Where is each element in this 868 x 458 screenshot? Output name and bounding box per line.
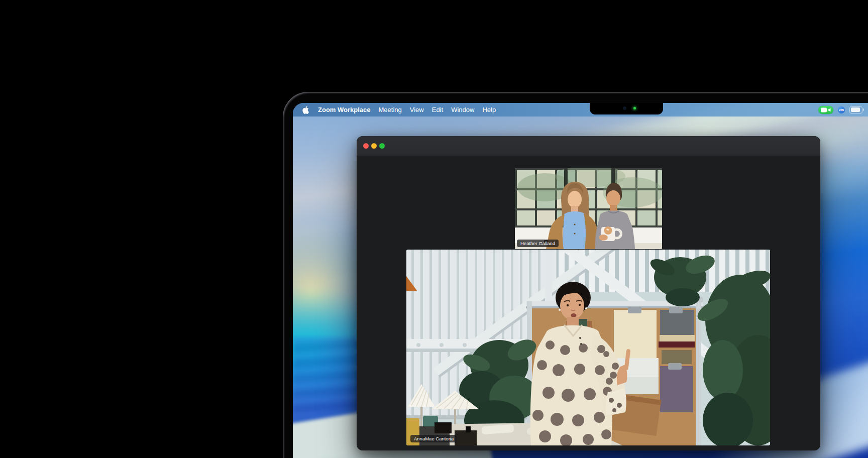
facetime-camera-icon (623, 106, 626, 110)
menu-bar: Zoom Workplace Meeting View Edit Window … (293, 103, 868, 117)
traffic-lights (363, 143, 385, 149)
menu-edit[interactable]: Edit (432, 106, 443, 113)
video-tile-heather[interactable]: Heather Galland (515, 168, 662, 249)
apple-icon (302, 106, 309, 114)
menu-help[interactable]: Help (482, 106, 496, 113)
window-titlebar[interactable] (357, 136, 820, 156)
menu-view[interactable]: View (410, 106, 424, 113)
laptop-screen: Zoom Workplace Meeting View Edit Window … (293, 103, 868, 458)
apple-menu[interactable] (302, 106, 309, 114)
zoom-meeting-window: Heather Galland (357, 136, 820, 450)
battery-icon[interactable] (849, 106, 862, 113)
menu-window[interactable]: Window (451, 106, 474, 113)
close-button[interactable] (363, 143, 369, 149)
fullscreen-button[interactable] (379, 143, 385, 149)
participant-name-label: Heather Galland (517, 240, 559, 247)
video-tile-annamae[interactable]: AnnaMae Cantoria (406, 250, 770, 445)
display-notch (590, 103, 663, 114)
video-camera-icon (820, 107, 831, 113)
participant-name-label: AnnaMae Cantoria (410, 435, 457, 442)
menu-meeting[interactable]: Meeting (379, 106, 402, 113)
remote-video-1 (515, 168, 662, 249)
zoom-menubar-icon[interactable]: zm (838, 106, 845, 113)
minimize-button[interactable] (371, 143, 377, 149)
zm-badge-text: zm (839, 108, 844, 111)
remote-video-2 (406, 250, 770, 445)
menu-app-name[interactable]: Zoom Workplace (318, 106, 371, 113)
battery-fill (851, 107, 860, 112)
laptop-bezel: Zoom Workplace Meeting View Edit Window … (283, 92, 868, 458)
camera-active-indicator[interactable] (818, 106, 833, 114)
battery-nub (863, 108, 864, 111)
camera-indicator-led (633, 107, 636, 109)
